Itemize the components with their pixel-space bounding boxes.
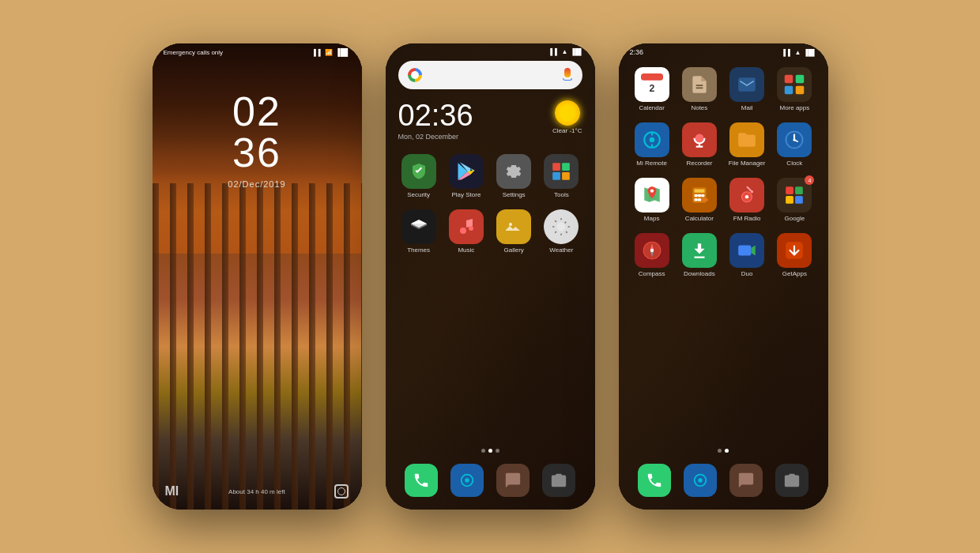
svg-point-33 <box>650 189 653 192</box>
weather-label: Weather <box>549 246 573 254</box>
miremote2-icon <box>635 122 669 157</box>
status-icons-3: ▌▌ ▲ ▐█▌ <box>783 49 816 56</box>
tools-label: Tools <box>554 191 569 198</box>
mail-icon <box>729 67 764 102</box>
svg-rect-19 <box>785 86 793 95</box>
security-label: Security <box>407 191 430 198</box>
compass-label: Compass <box>639 270 665 277</box>
page-dots-3 <box>619 449 828 453</box>
app-filemanager[interactable]: File Manager <box>726 122 767 167</box>
svg-rect-13 <box>641 73 663 81</box>
weather-widget: Clear -1°C <box>552 100 582 134</box>
dock-miremote[interactable] <box>450 464 484 497</box>
security-icon <box>401 154 436 189</box>
calculator-icon <box>682 178 717 213</box>
google-label: Google <box>784 215 805 222</box>
miremote-icon <box>450 464 484 497</box>
home-clock: 02:36 Mon, 02 December <box>398 100 473 141</box>
app-google[interactable]: 4 Google <box>774 178 815 222</box>
dock3-messages[interactable] <box>729 464 763 497</box>
search-bar[interactable] <box>398 61 582 89</box>
home-date: Mon, 02 December <box>398 133 473 141</box>
emergency-text: Emergency calls only <box>164 49 224 56</box>
dot-1 <box>481 449 485 453</box>
dock3-camera[interactable] <box>775 464 808 497</box>
app-downloads[interactable]: Downloads <box>679 233 720 277</box>
app-weather[interactable]: Weather <box>541 209 582 254</box>
gallery-label: Gallery <box>503 246 523 254</box>
mic-icon[interactable] <box>562 68 573 82</box>
app-playstore[interactable]: Play Store <box>446 154 487 198</box>
app-compass[interactable]: Compass <box>631 233 673 277</box>
signal-3: ▌▌ <box>783 49 792 56</box>
moreapps-icon <box>777 67 812 102</box>
phone3-icon <box>638 464 671 497</box>
app-fmradio[interactable]: FM Radio <box>726 178 767 222</box>
calendar-label: Calendar <box>639 104 664 111</box>
svg-point-45 <box>751 190 753 193</box>
svg-rect-39 <box>694 198 697 201</box>
svg-rect-2 <box>562 163 570 171</box>
filemanager-label: File Manager <box>729 160 766 167</box>
phone-icon <box>405 464 438 497</box>
recorder-icon <box>682 122 717 157</box>
svg-point-56 <box>698 478 703 483</box>
app-duo[interactable]: Duo <box>726 233 767 277</box>
app-music[interactable]: Music <box>446 209 487 254</box>
time-3: 2:36 <box>630 48 644 56</box>
app-calculator[interactable]: Calculator <box>679 178 720 222</box>
dock-phone[interactable] <box>405 464 438 497</box>
dock-messages[interactable] <box>496 464 530 497</box>
app-recorder[interactable]: Recorder <box>679 122 720 167</box>
phone-3-drawer: 2:36 ▌▌ ▲ ▐█▌ 2 Calendar <box>619 43 828 510</box>
weather-icon <box>544 209 579 244</box>
app-notes[interactable]: Notes <box>679 67 720 111</box>
svg-rect-35 <box>694 189 704 192</box>
app-miremote[interactable]: Mi Remote <box>631 122 673 167</box>
svg-rect-20 <box>796 86 805 95</box>
svg-rect-41 <box>701 198 708 201</box>
camera3-icon <box>775 464 808 497</box>
lock-hours: 02 <box>232 91 281 132</box>
sun-icon <box>555 100 580 126</box>
svg-point-25 <box>695 134 703 142</box>
settings-label: Settings <box>503 191 526 198</box>
status-bar-1: Emergency calls only ▌▌ 📶 ▐█▌ <box>153 43 362 59</box>
camera-shortcut[interactable] <box>334 484 349 498</box>
drawer-grid: 2 Calendar Notes Mail <box>631 67 816 277</box>
wifi-icon: 📶 <box>325 49 333 56</box>
app-moreapps[interactable]: More apps <box>774 67 815 111</box>
dock3-miremote[interactable] <box>684 464 717 497</box>
svg-point-5 <box>460 228 466 234</box>
app-security[interactable]: Security <box>398 154 439 198</box>
signal-2: ▌▌ <box>550 48 559 55</box>
duo-label: Duo <box>741 270 753 277</box>
status-bar-2: ▌▌ ▲ ▐█▌ <box>386 43 595 58</box>
app-maps[interactable]: Maps <box>631 178 673 222</box>
page-dots-2 <box>386 449 595 453</box>
app-settings[interactable]: Settings <box>493 154 534 198</box>
svg-rect-49 <box>795 196 803 204</box>
battery-3: ▐█▌ <box>803 49 816 56</box>
svg-point-32 <box>793 138 796 141</box>
app-clock[interactable]: Clock <box>774 122 815 167</box>
svg-rect-36 <box>694 194 697 197</box>
lock-bottom: MI About 34 h 40 m left <box>153 484 362 498</box>
svg-rect-40 <box>698 198 701 201</box>
moreapps-label: More apps <box>779 104 809 111</box>
gallery-icon <box>496 209 531 244</box>
app-gallery[interactable]: Gallery <box>493 209 534 254</box>
lock-time: 02 36 <box>232 91 281 173</box>
app-tools[interactable]: Tools <box>541 154 582 198</box>
app-mail[interactable]: Mail <box>726 67 767 111</box>
themes-label: Themes <box>407 246 430 254</box>
dock3-phone[interactable] <box>638 464 671 497</box>
downloads-icon <box>682 233 717 268</box>
svg-point-9 <box>557 223 566 231</box>
app-calendar[interactable]: 2 Calendar <box>631 67 673 111</box>
app-themes[interactable]: Themes <box>398 209 439 254</box>
downloads-label: Downloads <box>684 270 715 277</box>
playstore-label: Play Store <box>451 191 481 198</box>
dock-camera[interactable] <box>542 464 575 497</box>
app-getapps[interactable]: GetApps <box>774 233 815 277</box>
